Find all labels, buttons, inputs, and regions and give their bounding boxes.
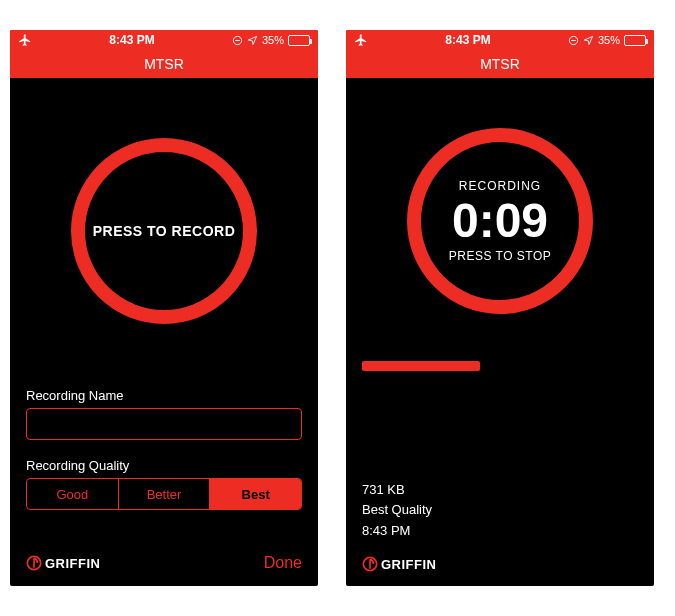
location-icon — [247, 35, 258, 46]
battery-icon — [624, 35, 646, 46]
recording-time-info: 8:43 PM — [362, 521, 432, 542]
quality-option-best[interactable]: Best — [210, 479, 301, 509]
screen-idle: 8:43 PM 35% MTSR PRESS TO RECORD Recordi… — [10, 30, 318, 586]
record-button[interactable]: PRESS TO RECORD — [71, 138, 257, 324]
recording-size: 731 KB — [362, 480, 432, 501]
elapsed-time: 0:09 — [452, 197, 548, 245]
recording-name-label: Recording Name — [26, 388, 302, 403]
griffin-logo: GRIFFIN — [26, 555, 101, 571]
status-time: 8:43 PM — [109, 33, 154, 47]
status-bar: 8:43 PM 35% — [346, 30, 654, 50]
nav-bar: MTSR — [346, 50, 654, 78]
nav-bar: MTSR — [10, 50, 318, 78]
battery-percent: 35% — [262, 34, 284, 46]
status-time: 8:43 PM — [445, 33, 490, 47]
griffin-brand-text: GRIFFIN — [45, 556, 101, 571]
location-icon — [583, 35, 594, 46]
quality-option-better[interactable]: Better — [119, 479, 211, 509]
recording-progress-bar — [362, 361, 480, 371]
griffin-logo: GRIFFIN — [362, 556, 437, 572]
recording-quality-label: Recording Quality — [26, 458, 302, 473]
stop-button[interactable]: RECORDING 0:09 PRESS TO STOP — [407, 128, 593, 314]
airplane-mode-icon — [18, 33, 32, 47]
nav-title: MTSR — [480, 56, 520, 72]
quality-option-good[interactable]: Good — [27, 479, 119, 509]
recording-info: 731 KB Best Quality 8:43 PM — [362, 480, 432, 542]
done-button[interactable]: Done — [264, 554, 302, 572]
do-not-disturb-icon — [232, 35, 243, 46]
quality-segmented-control: Good Better Best — [26, 478, 302, 510]
recording-name-input[interactable] — [26, 408, 302, 440]
airplane-mode-icon — [354, 33, 368, 47]
stop-button-label: PRESS TO STOP — [449, 249, 552, 263]
do-not-disturb-icon — [568, 35, 579, 46]
record-button-label: PRESS TO RECORD — [93, 223, 236, 239]
battery-icon — [288, 35, 310, 46]
recording-quality-info: Best Quality — [362, 500, 432, 521]
battery-percent: 35% — [598, 34, 620, 46]
griffin-brand-text: GRIFFIN — [381, 557, 437, 572]
recording-status-label: RECORDING — [459, 179, 541, 193]
status-bar: 8:43 PM 35% — [10, 30, 318, 50]
screen-recording: 8:43 PM 35% MTSR RECORDING 0:09 PRESS TO… — [346, 30, 654, 586]
nav-title: MTSR — [144, 56, 184, 72]
